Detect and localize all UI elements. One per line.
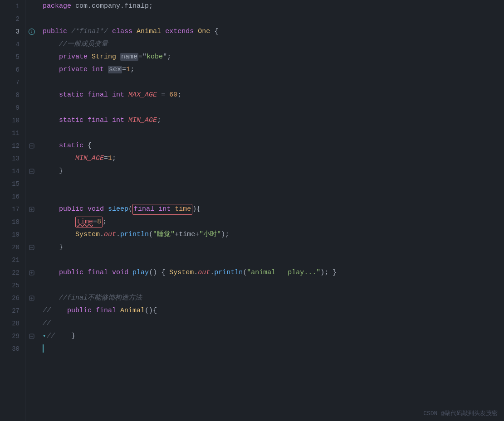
code-line-16 [43, 190, 504, 203]
line-num-18: 18 [0, 216, 20, 228]
fold-icon-17 [29, 207, 34, 212]
code-line-26: //final不能修饰构造方法 [43, 292, 504, 305]
line-num-16: 16 [0, 190, 20, 203]
line-num-22: 22 [0, 266, 20, 279]
line-numbers: 1 2 3 4 5 6 7 8 9 10 11 12 13 14 15 16 1… [0, 0, 25, 421]
code-line-2 [43, 13, 504, 25]
gutter-27 [25, 305, 38, 317]
code-line-7 [43, 76, 504, 89]
gutter-14[interactable] [25, 165, 38, 178]
fold-indicator: ▾ [43, 333, 46, 339]
code-line-18: time=8; [43, 216, 504, 228]
line-num-9: 9 [0, 102, 20, 114]
line-num-20: 20 [0, 241, 20, 254]
line-num-10: 10 [0, 114, 20, 127]
gutter-12[interactable] [25, 140, 38, 152]
code-line-11 [43, 127, 504, 140]
code-line-15 [43, 178, 504, 190]
code-line-12: static { [43, 140, 504, 152]
fold-icon-22 [29, 270, 34, 276]
line-num-28: 28 [0, 317, 20, 330]
gutter-30 [25, 343, 38, 355]
gutter-6 [25, 63, 38, 76]
code-line-28: // [43, 317, 504, 330]
gutter-9 [25, 102, 38, 114]
gutter-3: ↓ [25, 25, 38, 38]
gutter-22[interactable] [25, 266, 38, 279]
line-num-19: 19 [0, 228, 20, 241]
gutter-21 [25, 254, 38, 266]
code-lines: package com.company.finalp; public /*fin… [38, 0, 504, 421]
line-num-14: 14 [0, 165, 20, 178]
line-num-8: 8 [0, 89, 20, 102]
gutter-18 [25, 216, 38, 228]
code-line-6: private int sex=1; [43, 63, 504, 76]
code-line-10: static final int MIN_AGE; [43, 114, 504, 127]
highlight-sex: sex [108, 66, 122, 73]
line-num-29: 29 [0, 330, 20, 343]
code-line-5: private String name="kobe"; [43, 51, 504, 63]
code-line-22: public final void play() { System.out.pr… [43, 266, 504, 279]
line-num-21: 21 [0, 254, 20, 266]
fold-icon-12 [29, 143, 34, 149]
code-line-25 [43, 279, 504, 292]
fold-end-icon-29 [29, 334, 34, 339]
code-line-3: public /*final*/ class Animal extends On… [43, 25, 504, 38]
gutter-4 [25, 38, 38, 51]
line-num-26: 26 [0, 292, 20, 305]
box-final-int-time: final int time [132, 204, 192, 215]
gutter-17[interactable] [25, 203, 38, 216]
gutter-20[interactable] [25, 241, 38, 254]
code-line-14: } [43, 165, 504, 178]
gutter-19 [25, 228, 38, 241]
line-num-12: 12 [0, 140, 20, 152]
gutter-26[interactable] [25, 292, 38, 305]
gutter-7 [25, 76, 38, 89]
code-line-4: //一般成员变量 [43, 38, 504, 51]
gutter-8 [25, 89, 38, 102]
code-line-20: } [43, 241, 504, 254]
gutter-13 [25, 152, 38, 165]
gutter: ↓ [25, 0, 38, 421]
fold-end-icon-20 [29, 245, 34, 250]
arrow-down-icon: ↓ [29, 29, 35, 35]
fold-end-icon-14 [29, 169, 34, 174]
line-num-1: 1 [0, 0, 20, 13]
line-num-13: 13 [0, 152, 20, 165]
line-num-15: 15 [0, 178, 20, 190]
code-line-17: public void sleep(final int time){ [43, 203, 504, 216]
gutter-11 [25, 127, 38, 140]
line-num-30: 30 [0, 343, 20, 355]
line-num-7: 7 [0, 76, 20, 89]
line-num-2: 2 [0, 13, 20, 25]
line-num-6: 6 [0, 63, 20, 76]
code-line-13: MIN_AGE=1; [43, 152, 504, 165]
box-time-eq-8: time=8 [75, 217, 103, 227]
line-num-17: 17 [0, 203, 20, 216]
code-line-9 [43, 102, 504, 114]
fold-icon-26 [29, 295, 34, 301]
highlight-name: name [120, 53, 138, 61]
code-line-29: ▾// } [43, 330, 504, 343]
code-line-30 [43, 343, 504, 355]
gutter-29[interactable] [25, 330, 38, 343]
gutter-25 [25, 279, 38, 292]
code-line-8: static final int MAX_AGE = 60; [43, 89, 504, 102]
code-line-21 [43, 254, 504, 266]
code-line-27: // public final Animal(){ [43, 305, 504, 317]
watermark: CSDN @敲代码敲到头发茂密 [423, 409, 498, 417]
gutter-15 [25, 178, 38, 190]
code-line-1: package com.company.finalp; [43, 0, 504, 13]
gutter-28 [25, 317, 38, 330]
line-num-5: 5 [0, 51, 20, 63]
gutter-1 [25, 0, 38, 13]
gutter-10 [25, 114, 38, 127]
gutter-5 [25, 51, 38, 63]
gutter-2 [25, 13, 38, 25]
code-line-19: System.out.println("睡觉"+time+"小时"); [43, 228, 504, 241]
cursor [43, 344, 44, 353]
line-num-4: 4 [0, 38, 20, 51]
line-num-11: 11 [0, 127, 20, 140]
code-editor: 1 2 3 4 5 6 7 8 9 10 11 12 13 14 15 16 1… [0, 0, 504, 421]
line-num-25: 25 [0, 279, 20, 292]
